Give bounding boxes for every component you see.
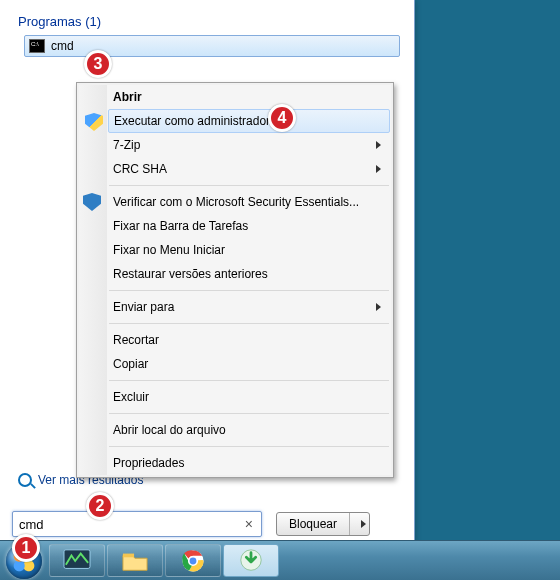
context-menu-item[interactable]: Abrir local do arquivo [107, 418, 391, 442]
search-result-cmd[interactable]: cmd [24, 35, 400, 57]
context-menu-item[interactable]: Propriedades [107, 451, 391, 475]
search-icon [18, 473, 32, 487]
context-menu-item[interactable]: CRC SHA [107, 157, 391, 181]
step-badge-1: 1 [12, 534, 40, 562]
cmd-icon [29, 39, 45, 53]
context-menu-item-label: Propriedades [113, 456, 184, 470]
context-menu-item[interactable]: Fixar no Menu Iniciar [107, 238, 391, 262]
submenu-arrow-icon [376, 141, 381, 149]
chevron-right-icon [361, 520, 366, 528]
context-menu-item[interactable]: Executar como administrador [108, 109, 390, 133]
context-menu-item-label: Abrir local do arquivo [113, 423, 226, 437]
context-menu-item[interactable]: Copiar [107, 352, 391, 376]
lock-button-label[interactable]: Bloquear [277, 513, 349, 535]
download-icon [236, 548, 266, 574]
start-search-box[interactable]: × [12, 511, 262, 537]
context-menu-item[interactable]: Recortar [107, 328, 391, 352]
context-menu-item-label: Recortar [113, 333, 159, 347]
context-menu-separator [109, 380, 389, 381]
programs-header: Programas (1) [0, 0, 414, 33]
lock-button-dropdown[interactable] [349, 513, 369, 535]
folder-icon [120, 548, 150, 574]
taskbar-button-explorer[interactable] [107, 544, 163, 577]
context-menu-item-label: Copiar [113, 357, 148, 371]
context-menu-separator [109, 446, 389, 447]
context-menu-separator [109, 323, 389, 324]
lock-split-button[interactable]: Bloquear [276, 512, 370, 536]
context-menu-separator [109, 413, 389, 414]
context-menu-item[interactable]: Restaurar versões anteriores [107, 262, 391, 286]
taskbar-button-downloader[interactable] [223, 544, 279, 577]
context-menu-item-label: 7-Zip [113, 138, 140, 152]
context-menu-item-label: Enviar para [113, 300, 174, 314]
context-menu-item-label: Fixar no Menu Iniciar [113, 243, 225, 257]
context-menu-item-label: Fixar na Barra de Tarefas [113, 219, 248, 233]
context-menu-item[interactable]: Enviar para [107, 295, 391, 319]
context-menu-separator [109, 290, 389, 291]
context-menu-item-label: Restaurar versões anteriores [113, 267, 268, 281]
step-badge-3: 3 [84, 50, 112, 78]
step-badge-4: 4 [268, 104, 296, 132]
context-menu-item[interactable]: 7-Zip [107, 133, 391, 157]
context-menu-item[interactable]: Abrir [107, 85, 391, 109]
context-menu-item-label: Abrir [113, 90, 142, 104]
svg-rect-1 [123, 553, 134, 557]
search-input[interactable] [19, 517, 243, 532]
context-menu-separator [109, 185, 389, 186]
context-menu-item-label: CRC SHA [113, 162, 167, 176]
context-menu: AbrirExecutar como administrador7-ZipCRC… [76, 82, 394, 478]
context-menu-item[interactable]: Verificar com o Microsoft Security Essen… [107, 190, 391, 214]
context-menu-gutter [79, 85, 107, 475]
taskbar [0, 540, 560, 580]
monitor-icon [62, 548, 92, 574]
search-result-label: cmd [51, 39, 74, 53]
step-badge-2: 2 [86, 492, 114, 520]
start-menu-bottom-bar: × Bloquear [12, 511, 402, 537]
context-menu-item-label: Verificar com o Microsoft Security Essen… [113, 195, 359, 209]
taskbar-button-task-manager[interactable] [49, 544, 105, 577]
submenu-arrow-icon [376, 165, 381, 173]
context-menu-item[interactable]: Fixar na Barra de Tarefas [107, 214, 391, 238]
context-menu-item-label: Excluir [113, 390, 149, 404]
context-menu-item[interactable]: Excluir [107, 385, 391, 409]
context-menu-item-label: Executar como administrador [114, 114, 270, 128]
chrome-icon [178, 548, 208, 574]
clear-search-icon[interactable]: × [243, 516, 255, 532]
taskbar-button-chrome[interactable] [165, 544, 221, 577]
submenu-arrow-icon [376, 303, 381, 311]
